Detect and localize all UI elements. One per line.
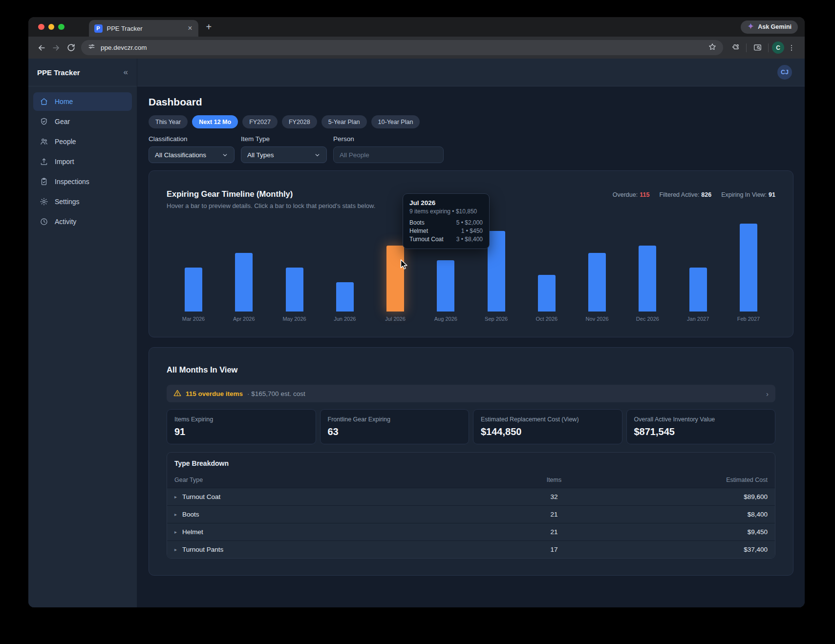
warning-icon — [173, 389, 181, 398]
table-row-boots[interactable]: ▸Boots 21 $8,400 — [167, 505, 775, 523]
sidebar-item-label: Gear — [55, 118, 70, 125]
fullscreen-window-button[interactable] — [58, 24, 64, 30]
expand-arrow-icon[interactable]: ▸ — [174, 512, 177, 517]
x-axis-label: May 2026 — [282, 316, 306, 322]
pill-10-year-plan[interactable]: 10-Year Plan — [371, 115, 420, 128]
app-title: PPE Tracker — [37, 68, 80, 77]
pill-5-year-plan[interactable]: 5-Year Plan — [321, 115, 367, 128]
x-axis-label: Sep 2026 — [485, 316, 508, 322]
user-avatar[interactable]: CJ — [777, 65, 792, 80]
pill-this-year[interactable]: This Year — [149, 115, 188, 128]
all-months-card: All Months In View 115 overdue items · $… — [149, 347, 793, 576]
shield-check-icon — [40, 117, 48, 126]
filtered-active-stat: Filtered Active:826 — [659, 191, 711, 209]
range-pill-group: This Year Next 12 Mo FY2027 FY2028 5-Yea… — [149, 115, 793, 128]
site-settings-icon[interactable] — [87, 42, 96, 53]
item-type-value: All Types — [247, 151, 274, 159]
stat-inventory-value: Overall Active Inventory Value $871,545 — [626, 409, 776, 444]
expand-arrow-icon[interactable]: ▸ — [174, 494, 177, 499]
x-axis-label: Jun 2026 — [334, 316, 356, 322]
item-type-label: Item Type — [241, 135, 327, 143]
minimize-window-button[interactable] — [48, 24, 55, 30]
app-header: CJ — [137, 59, 805, 86]
chart-bar-jul-2026-highlighted[interactable] — [386, 246, 404, 312]
classification-select[interactable]: All Classifications — [149, 146, 235, 163]
chart-bar-mar-2026[interactable] — [185, 268, 202, 312]
chart-bar-nov-2026[interactable] — [588, 253, 606, 312]
chart-bar-oct-2026[interactable] — [538, 275, 556, 312]
item-type-select[interactable]: All Types — [241, 146, 327, 163]
tab-close-icon[interactable]: × — [186, 24, 194, 32]
chart-bar-sep-2026[interactable] — [488, 231, 505, 312]
chart-bar-apr-2026[interactable] — [235, 253, 253, 312]
close-window-button[interactable] — [38, 24, 44, 30]
page-content: Dashboard This Year Next 12 Mo FY2027 FY… — [137, 86, 805, 576]
pill-fy2028[interactable]: FY2028 — [282, 115, 317, 128]
pill-next-12-mo[interactable]: Next 12 Mo — [192, 115, 238, 128]
chart-bar-jun-2026[interactable] — [336, 282, 354, 312]
sidebar-item-inspections[interactable]: Inspections — [33, 172, 132, 191]
tab-search-icon[interactable] — [750, 41, 765, 55]
url-text[interactable]: ppe.devczr.com — [101, 44, 703, 51]
expiring-in-view-stat: Expiring In View:91 — [721, 191, 775, 209]
bar-tooltip: Jul 2026 9 items expiring • $10,850 Boot… — [403, 193, 490, 249]
chart-bar-feb-2027[interactable] — [740, 224, 757, 312]
clipboard-check-icon — [40, 177, 48, 186]
x-axis-label: Feb 2027 — [737, 316, 760, 322]
tooltip-row: Boots5 • $2,000 — [409, 219, 483, 226]
chart-bar-dec-2026[interactable] — [639, 246, 656, 312]
chevron-right-icon[interactable]: › — [766, 390, 769, 398]
x-axis-label: Nov 2026 — [586, 316, 609, 322]
pill-fy2027[interactable]: FY2027 — [242, 115, 278, 128]
address-bar[interactable]: ppe.devczr.com — [81, 40, 723, 55]
sidebar-header: PPE Tracker « — [28, 59, 137, 86]
overdue-headline: 115 overdue items — [186, 390, 243, 397]
expand-arrow-icon[interactable]: ▸ — [174, 547, 177, 552]
browser-profile-avatar[interactable]: C — [772, 42, 784, 54]
x-axis-label: Aug 2026 — [434, 316, 457, 322]
sidebar-item-settings[interactable]: Settings — [33, 192, 132, 211]
sidebar-item-gear[interactable]: Gear — [33, 112, 132, 131]
stat-frontline-expiring: Frontline Gear Expiring 63 — [320, 409, 470, 444]
sidebar-item-label: Activity — [55, 218, 76, 226]
sidebar-collapse-icon[interactable]: « — [124, 67, 128, 77]
gear-icon — [40, 197, 48, 206]
chevron-down-icon — [222, 152, 228, 158]
expiring-gear-timeline-card: Expiring Gear Timeline (Monthly) Hover a… — [149, 170, 793, 337]
expand-arrow-icon[interactable]: ▸ — [174, 529, 177, 535]
chart-stats: Overdue:115 Filtered Active:826 Expiring… — [613, 189, 775, 209]
stat-items-expiring: Items Expiring 91 — [167, 409, 316, 444]
table-row-turnout-coat[interactable]: ▸Turnout Coat 32 $89,600 — [167, 488, 775, 505]
tab-title: PPE Tracker — [107, 25, 182, 32]
x-axis-label: Mar 2026 — [182, 316, 205, 322]
browser-menu-icon[interactable] — [784, 41, 799, 55]
table-row-helmet[interactable]: ▸Helmet 21 $9,450 — [167, 523, 775, 540]
chart-bar-aug-2026[interactable] — [437, 260, 454, 312]
ask-gemini-label: Ask Gemini — [758, 23, 792, 30]
bookmark-star-icon[interactable] — [708, 42, 717, 53]
classification-label: Classification — [149, 135, 235, 143]
sidebar-item-people[interactable]: People — [33, 132, 132, 151]
sidebar-item-import[interactable]: Import — [33, 152, 132, 171]
chart-bar-may-2026[interactable] — [286, 268, 303, 312]
tab-strip: P PPE Tracker × + Ask Gemini — [28, 17, 805, 37]
x-axis-label: Jul 2026 — [385, 316, 406, 322]
upload-icon — [40, 157, 48, 166]
chart-title: Expiring Gear Timeline (Monthly) — [167, 189, 375, 199]
sidebar-item-home[interactable]: Home — [33, 92, 132, 111]
reload-button[interactable] — [64, 41, 78, 55]
sidebar: PPE Tracker « Home Gear People — [28, 59, 137, 607]
back-button[interactable] — [34, 41, 49, 55]
forward-button[interactable] — [49, 41, 64, 55]
person-input[interactable] — [340, 151, 437, 159]
extensions-icon[interactable] — [728, 41, 743, 55]
table-row-turnout-pants[interactable]: ▸Turnout Pants 17 $37,400 — [167, 540, 775, 558]
ask-gemini-button[interactable]: Ask Gemini — [741, 21, 798, 34]
chart-bar-jan-2027[interactable] — [689, 268, 707, 312]
breakdown-title: Type Breakdown — [167, 453, 775, 473]
sidebar-item-activity[interactable]: Activity — [33, 212, 132, 231]
stat-card-row: Items Expiring 91 Frontline Gear Expirin… — [167, 409, 775, 444]
browser-tab[interactable]: P PPE Tracker × — [89, 20, 198, 37]
new-tab-button[interactable]: + — [206, 21, 212, 33]
overdue-banner[interactable]: 115 overdue items · $165,700 est. cost › — [167, 385, 775, 402]
